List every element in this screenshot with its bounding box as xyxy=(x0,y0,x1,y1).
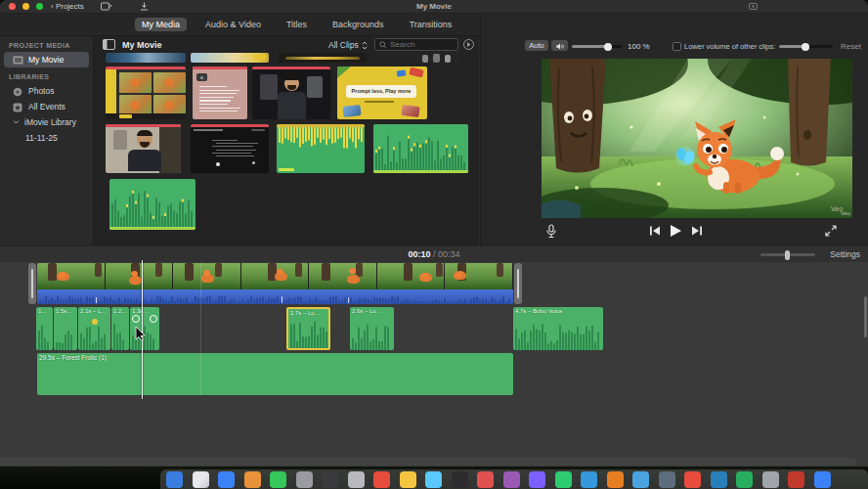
dock-app-icon[interactable] xyxy=(477,471,494,488)
sidebar-item-imovie-library[interactable]: iMovie Library xyxy=(4,114,89,130)
lower-volume-slider-knob[interactable] xyxy=(802,43,809,51)
dock-app-icon[interactable] xyxy=(711,471,727,488)
dock-app-icon[interactable] xyxy=(452,471,468,488)
trim-handle-left[interactable] xyxy=(28,263,36,304)
dock-app-icon[interactable] xyxy=(581,471,597,488)
dock-app-icon[interactable] xyxy=(684,471,701,488)
titlebar-extra-icon[interactable] xyxy=(749,3,758,10)
reset-button[interactable]: Reset xyxy=(841,42,861,51)
timeline-audio-clip[interactable]: 4.7s – Bobo Voice xyxy=(513,307,603,350)
volume-slider[interactable] xyxy=(572,45,622,48)
timeline-header: 00:10 / 00:34 Settings xyxy=(0,245,868,263)
sidebar-toggle-icon[interactable] xyxy=(103,39,115,50)
audio-clip-label: 1… xyxy=(38,308,47,314)
auto-volume-button[interactable]: Auto xyxy=(525,40,548,51)
sidebar-item-all-events[interactable]: All Events xyxy=(4,99,89,114)
timeline-settings-button[interactable]: Settings xyxy=(830,249,860,259)
dock-app-icon[interactable] xyxy=(270,471,286,488)
lower-volume-label: Lower volume of other clips: xyxy=(684,42,775,51)
media-thumbnail-promo[interactable]: Prompt less, Play more xyxy=(337,67,427,119)
volume-slider-knob[interactable] xyxy=(604,43,612,51)
filmstrip-frame xyxy=(309,263,377,289)
timeline-music-clip[interactable]: 29.5s – Forest Frolic (1) xyxy=(37,353,513,395)
fade-handle-icon[interactable] xyxy=(150,315,157,323)
dock-app-icon[interactable] xyxy=(529,471,545,488)
dock-app-icon[interactable] xyxy=(607,471,624,488)
timeline-audio-clip[interactable]: 1.2… xyxy=(111,307,129,350)
tab-backgrounds[interactable]: Backgrounds xyxy=(326,18,391,31)
play-icon[interactable] xyxy=(669,224,682,238)
timeline-audio-clip[interactable]: 1… xyxy=(36,307,53,350)
media-thumbnail-doc[interactable] xyxy=(193,67,247,119)
fox-scene: Veo xyxy=(542,59,852,218)
media-thumbnail-sliver-people[interactable] xyxy=(376,53,459,63)
timeline-video-audio-strip[interactable] xyxy=(37,289,513,304)
media-thumbnail-sliver-sky[interactable] xyxy=(191,53,269,63)
dock-app-icon[interactable] xyxy=(788,471,804,488)
dock-app-icon[interactable] xyxy=(555,471,572,488)
tab-my-media[interactable]: My Media xyxy=(135,18,187,31)
all-clips-dropdown[interactable]: All Clips xyxy=(328,40,368,50)
sidebar: PROJECT MEDIA My Movie LIBRARIES Photos … xyxy=(0,36,94,245)
media-thumbnail-wave-yellow[interactable] xyxy=(277,124,365,173)
skip-back-icon[interactable] xyxy=(649,226,661,236)
dock-app-icon[interactable] xyxy=(659,471,675,488)
events-icon xyxy=(13,103,23,111)
timeline-zoom-knob[interactable] xyxy=(785,250,790,260)
skip-forward-icon[interactable] xyxy=(691,226,703,236)
sidebar-item-library-date[interactable]: 11-11-25 xyxy=(4,130,89,146)
media-thumbnail-fox-grid[interactable] xyxy=(106,67,186,119)
dock-app-icon[interactable] xyxy=(632,471,649,488)
timeline-audio-clip[interactable]: 2.6s – Lu… xyxy=(350,307,394,350)
search-input[interactable]: Search xyxy=(374,38,458,51)
dock-app-icon[interactable] xyxy=(322,471,338,488)
autoplay-icon[interactable] xyxy=(463,39,474,50)
dock-app-icon[interactable] xyxy=(503,471,520,488)
dock-app-icon[interactable] xyxy=(244,471,261,488)
volume-keyframe-dot[interactable] xyxy=(92,319,98,325)
dock-app-icon[interactable] xyxy=(425,471,442,488)
dock-app-icon[interactable] xyxy=(296,471,313,488)
dock-app-icon[interactable] xyxy=(814,471,831,488)
timeline-audio-clip[interactable]: 2.7s – Lu… xyxy=(286,307,330,350)
media-tabs: My MediaAudio & VideoTitlesBackgroundsTr… xyxy=(135,17,458,32)
media-thumbnail-wave-green2[interactable] xyxy=(109,179,195,230)
audio-clip-label: 1.2… xyxy=(113,308,127,314)
dock-app-icon[interactable] xyxy=(736,471,753,488)
mute-button[interactable] xyxy=(551,40,568,51)
dock-app-icon[interactable] xyxy=(373,471,390,488)
horizontal-scrollbar[interactable] xyxy=(0,458,856,466)
dock-app-icon[interactable] xyxy=(400,471,416,488)
chevron-down-icon xyxy=(13,118,20,127)
media-thumbnail-man-light[interactable] xyxy=(106,124,181,173)
trim-handle-right[interactable] xyxy=(514,263,522,304)
dock-app-icon[interactable] xyxy=(193,471,209,488)
lower-volume-slider[interactable] xyxy=(779,45,833,48)
record-voiceover-icon[interactable] xyxy=(545,224,557,239)
audio-clip-label: 2.6s – Lu… xyxy=(352,308,382,314)
dock-app-icon[interactable] xyxy=(218,471,235,488)
timeline-audio-clip[interactable]: 2.1s – L… xyxy=(78,307,110,350)
fade-handle-icon[interactable] xyxy=(132,315,140,323)
tab-transitions[interactable]: Transitions xyxy=(403,18,459,31)
media-thumbnail-man-dark[interactable] xyxy=(252,67,330,119)
window-titlebar: ‹ Projects My Movie xyxy=(0,0,868,14)
media-thumbnail-terminal[interactable] xyxy=(191,124,269,173)
timeline-audio-clip[interactable]: 1.5s… xyxy=(54,307,77,350)
sidebar-item-photos[interactable]: Photos xyxy=(4,83,89,99)
vertical-scrollbar[interactable] xyxy=(864,296,867,337)
timeline-video-clip[interactable] xyxy=(37,263,513,289)
media-thumbnail-sliver-gold[interactable] xyxy=(279,53,367,63)
dock-app-icon[interactable] xyxy=(762,471,779,488)
timeline-zoom-slider[interactable] xyxy=(760,253,815,256)
dock-app-icon[interactable] xyxy=(166,471,183,488)
media-thumbnail-wave-green[interactable] xyxy=(373,124,468,173)
media-thumbnail-sliver-map[interactable] xyxy=(106,53,186,63)
lower-volume-checkbox[interactable] xyxy=(673,42,681,51)
fullscreen-icon[interactable] xyxy=(825,225,837,237)
tab-titles[interactable]: Titles xyxy=(280,18,314,31)
volume-controls: Auto 100 % Lower volume of other clips: … xyxy=(481,37,868,57)
tab-audio-video[interactable]: Audio & Video xyxy=(198,18,268,31)
sidebar-item-my-movie[interactable]: My Movie xyxy=(4,52,89,67)
dock-app-icon[interactable] xyxy=(348,471,365,488)
